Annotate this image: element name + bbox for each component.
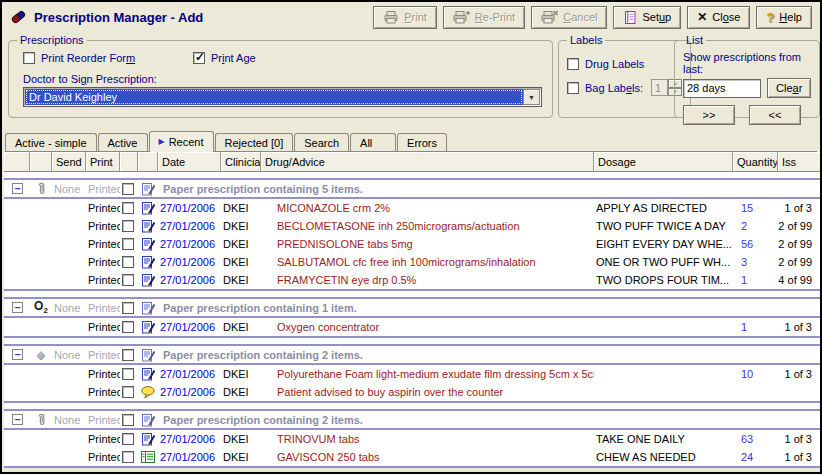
prescriptions-groupbox: Prescriptions Print Reorder Form Print A… <box>8 34 553 118</box>
prescription-row[interactable]: Printed27/01/2006DKEIOxygen concentrator… <box>4 318 822 336</box>
cell-print-status: Printed <box>86 448 120 466</box>
list-legend: List <box>683 34 706 46</box>
row-checkbox[interactable] <box>122 220 134 232</box>
re-print-button-label: Re-Print <box>475 11 515 23</box>
collapse-group-icon[interactable]: − <box>12 349 23 360</box>
setup-button[interactable]: Setup <box>613 6 681 29</box>
cell-iss: 1 of 3 <box>778 365 822 383</box>
cell-drug-advice: TRINOVUM tabs <box>261 430 594 448</box>
chevron-down-icon[interactable]: ▼ <box>523 89 540 105</box>
tab-active-simple[interactable]: Active - simple <box>5 133 97 151</box>
column-header-print[interactable]: Print <box>86 152 120 172</box>
re-print-button[interactable]: Re-Print <box>443 6 525 29</box>
page-back-button[interactable]: << <box>749 105 801 125</box>
column-header-date[interactable]: Date <box>158 152 221 172</box>
prescription-row[interactable]: Printed27/01/2006DKEIBECLOMETASONE inh 2… <box>4 217 822 235</box>
diamond-icon: ◆ <box>32 349 50 360</box>
reprint-printer-icon <box>453 10 470 24</box>
prescription-row[interactable]: Printed27/01/2006DKEISALBUTAMOL cfc free… <box>4 253 822 271</box>
cell-quantity: 10 <box>733 365 778 383</box>
print-age-checkbox[interactable]: Print Age <box>193 52 256 64</box>
cancel-printer-icon <box>541 10 558 24</box>
cell-clinician: DKEI <box>221 235 261 253</box>
print-reorder-form-label: Print Reorder Form <box>41 52 135 64</box>
prescription-row[interactable]: Printed27/01/2006DKEIPREDNISOLONE tabs 5… <box>4 235 822 253</box>
column-header-send[interactable]: Send <box>52 152 86 172</box>
row-checkbox[interactable] <box>122 386 134 398</box>
row-checkbox[interactable] <box>122 238 134 250</box>
title-bar: Prescription Manager - Add PrintRe-Print… <box>2 2 820 32</box>
column-header-iss[interactable]: Iss <box>778 152 822 172</box>
cancel-button-label: Cancel <box>563 11 597 23</box>
row-checkbox[interactable] <box>122 183 134 195</box>
cell-dosage: TWO DROPS FOUR TIM... <box>594 271 733 289</box>
range-input[interactable] <box>683 79 761 98</box>
row-checkbox[interactable] <box>122 256 134 268</box>
prescription-row[interactable]: Printed27/01/2006DKEIGAVISCON 250 tabsCH… <box>4 448 822 466</box>
prescription-row[interactable]: Printed27/01/2006DKEIPatient advised to … <box>4 383 822 401</box>
cell-drug-advice: SALBUTAMOL cfc free inh 100micrograms/in… <box>261 253 594 271</box>
checkbox-box[interactable] <box>23 52 35 64</box>
row-checkbox[interactable] <box>122 321 134 333</box>
group-row[interactable]: −O2NonePrintedPaper prescription contain… <box>4 297 822 318</box>
cell-quantity: 63 <box>733 430 778 448</box>
close-button-label: Close <box>712 11 740 23</box>
cell-dosage: APPLY AS DIRECTED <box>594 199 733 217</box>
close-button[interactable]: ✕Close <box>687 6 750 29</box>
cancel-button[interactable]: Cancel <box>531 6 607 29</box>
row-checkbox[interactable] <box>122 349 134 361</box>
prescriptions-legend: Prescriptions <box>17 34 87 46</box>
doctor-combobox[interactable]: Dr David Keighley ▼ <box>23 87 542 107</box>
cell-drug-advice: FRAMYCETIN eye drp 0.5% <box>261 271 594 289</box>
column-header-quantity[interactable]: Quantity <box>733 152 778 172</box>
checkbox-box[interactable] <box>567 58 579 70</box>
row-checkbox[interactable] <box>122 274 134 286</box>
prescription-row[interactable]: Printed27/01/2006DKEIFRAMYCETIN eye drp … <box>4 271 822 289</box>
tab-all[interactable]: All <box>350 133 396 151</box>
print-reorder-form-checkbox[interactable]: Print Reorder Form <box>23 52 193 64</box>
active-tab-arrow-icon: ▶ <box>159 138 165 146</box>
checkbox-box[interactable] <box>567 82 579 94</box>
column-header-clinician[interactable]: Clinician <box>221 152 261 172</box>
prescription-row[interactable]: Printed27/01/2006DKEIMICONAZOLE crm 2%AP… <box>4 199 822 217</box>
cell-date: 27/01/2006 <box>158 448 221 466</box>
cell-clinician: DKEI <box>221 448 261 466</box>
row-checkbox[interactable] <box>122 433 134 445</box>
prescription-row[interactable]: Printed27/01/2006DKEIPolyurethane Foam l… <box>4 365 822 383</box>
column-header-dosage[interactable]: Dosage <box>594 152 733 172</box>
print-button[interactable]: Print <box>373 6 437 29</box>
collapse-group-icon[interactable]: − <box>12 414 23 425</box>
tab-recent[interactable]: ▶Recent <box>149 131 214 152</box>
row-checkbox[interactable] <box>122 414 134 426</box>
collapse-group-icon[interactable]: − <box>12 183 23 194</box>
labels-groupbox: Labels Drug Labels Bag Labels: 1 ▲ ▼ <box>558 34 691 118</box>
row-checkbox[interactable] <box>122 302 134 314</box>
tab-search[interactable]: Search <box>294 133 349 151</box>
row-checkbox[interactable] <box>122 202 134 214</box>
tab-rejected-0[interactable]: Rejected [0] <box>215 133 294 151</box>
cell-dosage: CHEW AS NEEDED <box>594 448 733 466</box>
help-button[interactable]: ?Help <box>756 6 812 29</box>
cell-date: 27/01/2006 <box>158 253 221 271</box>
group-row[interactable]: −◆NonePrintedPaper prescription containi… <box>4 344 822 365</box>
drug-labels-checkbox[interactable]: Drug Labels <box>567 58 682 70</box>
tab-active[interactable]: Active <box>98 133 148 151</box>
cell-drug-advice: GAVISCON 250 tabs <box>261 448 594 466</box>
printer-icon <box>383 10 399 24</box>
group-row[interactable]: −NonePrintedPaper prescription containin… <box>4 409 822 430</box>
column-header-drug-advice[interactable]: Drug/Advice <box>261 152 594 172</box>
group-row[interactable]: −NonePrintedPaper prescription containin… <box>4 178 822 199</box>
row-checkbox[interactable] <box>122 368 134 380</box>
collapse-group-icon[interactable]: − <box>12 302 23 313</box>
help-button-label: Help <box>779 11 802 23</box>
prescription-row[interactable]: Printed27/01/2006DKEITRINOVUM tabsTAKE O… <box>4 430 822 448</box>
cell-iss: 1 of 3 <box>778 448 822 466</box>
clear-button[interactable]: Clear <box>767 78 811 98</box>
bag-labels-checkbox[interactable]: Bag Labels: 1 ▲ ▼ <box>567 79 682 96</box>
page-forward-button[interactable]: >> <box>683 105 735 125</box>
row-checkbox[interactable] <box>122 451 134 463</box>
checkbox-box[interactable] <box>193 52 205 64</box>
cell-dosage <box>594 365 733 383</box>
group-summary: Paper prescription containing 2 items. <box>158 346 822 363</box>
tab-errors[interactable]: Errors <box>397 133 447 151</box>
